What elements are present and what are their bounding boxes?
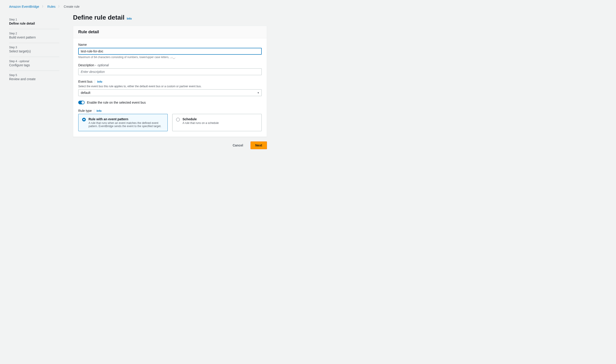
step-define-rule-detail[interactable]: Step 1 Define rule detail [9, 15, 59, 29]
ruletype-label: Rule type Info [78, 109, 262, 113]
step-configure-tags[interactable]: Step 4 - optional Configure tags [9, 57, 59, 71]
step-title: Define rule detail [9, 22, 59, 25]
breadcrumb: Amazon EventBridge 〉 Rules 〉 Create rule [9, 5, 315, 8]
chevron-right-icon: 〉 [42, 5, 45, 8]
step-label: Step 1 [9, 18, 59, 21]
breadcrumb-link-rules[interactable]: Rules [47, 5, 56, 8]
description-label: Description - optional [78, 63, 262, 67]
eventbus-select[interactable]: default [78, 89, 262, 96]
panel-heading: Rule detail [78, 30, 262, 34]
name-label: Name [78, 43, 262, 46]
ruletype-option-desc: A rule that runs on a schedule [182, 121, 219, 125]
breadcrumb-current: Create rule [64, 5, 79, 8]
ruletype-option-desc: A rule that runs when an event matches t… [88, 121, 164, 128]
step-build-event-pattern[interactable]: Step 2 Build event pattern [9, 29, 59, 43]
name-input[interactable] [78, 48, 262, 55]
radio-icon [82, 118, 86, 121]
step-select-targets[interactable]: Step 3 Select target(s) [9, 43, 59, 57]
step-title: Select target(s) [9, 50, 59, 53]
page-title: Define rule detail [73, 14, 125, 21]
rule-detail-panel: Rule detail Name Maximum of 64 character… [73, 26, 267, 137]
eventbus-desc: Select the event bus this rule applies t… [78, 85, 262, 88]
breadcrumb-link-eventbridge[interactable]: Amazon EventBridge [9, 5, 39, 8]
wizard-steps: Step 1 Define rule detail Step 2 Build e… [9, 14, 59, 149]
ruletype-option-title: Rule with an event pattern [88, 117, 164, 121]
ruletype-option-event-pattern[interactable]: Rule with an event pattern A rule that r… [78, 114, 168, 131]
eventbus-label: Event bus Info [78, 80, 262, 83]
step-title: Review and create [9, 77, 59, 81]
info-link-eventbus[interactable]: Info [97, 80, 102, 83]
step-label: Step 3 [9, 46, 59, 49]
ruletype-option-title: Schedule [182, 117, 219, 121]
step-label: Step 2 [9, 32, 59, 35]
info-link-ruletype[interactable]: Info [97, 109, 101, 113]
enable-rule-toggle[interactable] [78, 101, 85, 104]
step-label: Step 4 - optional [9, 60, 59, 63]
next-button[interactable]: Next [251, 142, 267, 149]
step-title: Configure tags [9, 63, 59, 67]
step-review-and-create[interactable]: Step 5 Review and create [9, 71, 59, 85]
step-label: Step 5 [9, 74, 59, 77]
cancel-button[interactable]: Cancel [228, 142, 248, 149]
chevron-right-icon: 〉 [58, 5, 61, 8]
enable-rule-label: Enable the rule on the selected event bu… [87, 101, 146, 104]
info-link-page[interactable]: Info [127, 17, 132, 20]
name-hint: Maximum of 64 characters consisting of n… [78, 56, 262, 59]
ruletype-option-schedule[interactable]: Schedule A rule that runs on a schedule [172, 114, 262, 131]
description-input[interactable] [78, 68, 262, 75]
step-title: Build event pattern [9, 36, 59, 39]
radio-icon [176, 118, 180, 121]
